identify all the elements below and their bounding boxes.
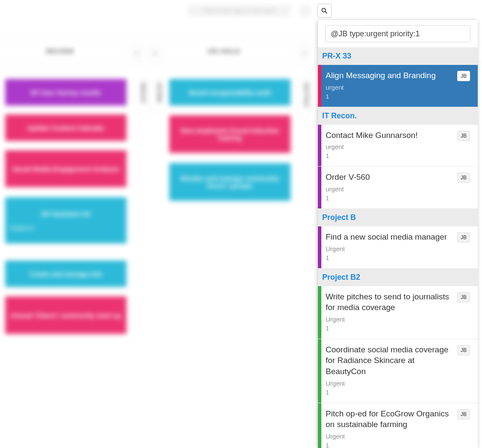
avatar: JB: [457, 71, 470, 81]
card-blurred: Monitor and manage community forum / gro…: [169, 163, 291, 201]
result-type: Urgent: [326, 315, 454, 324]
card-blurred: Create and manage Ads: [5, 261, 126, 287]
avatar: JB: [457, 232, 470, 243]
result-priority: 1: [326, 388, 454, 397]
avatar: JB: [457, 173, 470, 183]
result-priority: 1: [326, 441, 454, 448]
result-priority: 1: [326, 92, 454, 101]
result-title: Find a new social media manager: [326, 231, 454, 243]
card-blurred: Brand recognizability audit: [169, 79, 291, 105]
result-type: Urgent: [326, 244, 454, 253]
result-title: Align Messaging and Branding: [326, 70, 454, 81]
search-input[interactable]: [325, 25, 470, 42]
result-content: Write pitches to send to journalists for…: [326, 291, 454, 333]
column-review: REVIEW: [46, 47, 74, 55]
color-stripe: [318, 339, 321, 403]
color-stripe: [318, 65, 321, 107]
search-panel: PR-X 33Align Messaging and Brandingurgen…: [318, 20, 478, 448]
card-subtext: Budget Inc: [10, 225, 35, 231]
column-on-hold: ON HOLD: [208, 47, 240, 55]
chevron-down-icon: ▾: [149, 46, 161, 60]
card-blurred: DF Hackaton S4 Budget Inc: [5, 197, 126, 243]
result-priority: 1: [326, 324, 454, 333]
result-type: urgent: [326, 184, 454, 193]
result-title: Contact Mike Gunnarson!: [326, 130, 454, 141]
card-blurred: DF User Survey results: [5, 79, 126, 105]
search-input-wrap: [318, 20, 478, 47]
result-content: Order V-560urgent1: [326, 172, 454, 202]
result-content: Pitch op-ed for EcoGrow Organics on sust…: [326, 408, 454, 448]
result-title: Order V-560: [326, 172, 454, 183]
filter-toggle-blurred: [300, 5, 311, 16]
collapsed-lane-done: DONE: [150, 79, 163, 113]
card-blurred: Annual 'Cheers' community meet up: [5, 296, 126, 334]
group-header[interactable]: IT Recon.: [318, 107, 478, 125]
card-title: DF Hackaton S4: [41, 210, 90, 217]
result-title: Coordinate social media coverage for Rad…: [326, 344, 454, 377]
card-blurred: Social Media Engagement Analysis: [5, 150, 126, 187]
collapsed-lane-redo: REDO: [134, 79, 147, 113]
result-card[interactable]: Order V-560urgent1JB: [318, 167, 478, 209]
result-title: Write pitches to send to journalists for…: [326, 291, 454, 313]
result-content: Contact Mike Gunnarson!urgent1: [326, 130, 454, 161]
color-stripe: [318, 125, 321, 167]
result-card[interactable]: Contact Mike Gunnarson!urgent1JB: [318, 125, 478, 167]
result-card[interactable]: Coordinate social media coverage for Rad…: [318, 339, 478, 403]
result-type: urgent: [326, 83, 454, 92]
result-content: Find a new social media managerUrgent1: [326, 231, 454, 262]
chevron-down-icon: ▾: [298, 46, 310, 60]
result-priority: 1: [326, 151, 454, 160]
chevron-down-icon: ▾: [131, 46, 143, 60]
group-header[interactable]: Project B: [318, 209, 478, 226]
collapsed-lane-notes: NOTES: [297, 79, 310, 117]
result-card[interactable]: Align Messaging and Brandingurgent1JB: [318, 65, 478, 107]
result-title: Pitch op-ed for EcoGrow Organics on sust…: [326, 408, 454, 430]
avatar: JB: [457, 131, 470, 141]
color-stripe: [318, 286, 321, 339]
result-type: Urgent: [326, 432, 454, 441]
color-stripe: [318, 403, 321, 448]
search-results[interactable]: PR-X 33Align Messaging and Brandingurgen…: [318, 47, 478, 448]
filter-input-blurred: Filter by title, tags or card name: [188, 5, 291, 16]
svg-line-1: [325, 12, 327, 13]
result-type: urgent: [326, 142, 454, 151]
search-icon: [321, 7, 328, 14]
color-stripe: [318, 226, 321, 268]
avatar: JB: [457, 409, 470, 419]
result-card[interactable]: Find a new social media managerUrgent1JB: [318, 226, 478, 269]
result-content: Align Messaging and Brandingurgent1: [326, 70, 454, 101]
group-header[interactable]: Project B2: [318, 269, 478, 286]
search-button[interactable]: [317, 4, 332, 18]
group-header[interactable]: PR-X 33: [318, 47, 478, 65]
result-priority: 1: [326, 193, 454, 202]
result-card[interactable]: Write pitches to send to journalists for…: [318, 286, 478, 339]
result-type: Urgent: [326, 379, 454, 388]
result-content: Coordinate social media coverage for Rad…: [326, 344, 454, 397]
result-card[interactable]: Pitch op-ed for EcoGrow Organics on sust…: [318, 403, 478, 448]
result-priority: 1: [326, 253, 454, 262]
card-blurred: Update Content Calendar: [5, 114, 126, 141]
card-blurred: New employees brand induction training: [169, 115, 291, 153]
avatar: JB: [457, 345, 470, 355]
avatar: JB: [457, 292, 470, 302]
color-stripe: [318, 167, 321, 208]
